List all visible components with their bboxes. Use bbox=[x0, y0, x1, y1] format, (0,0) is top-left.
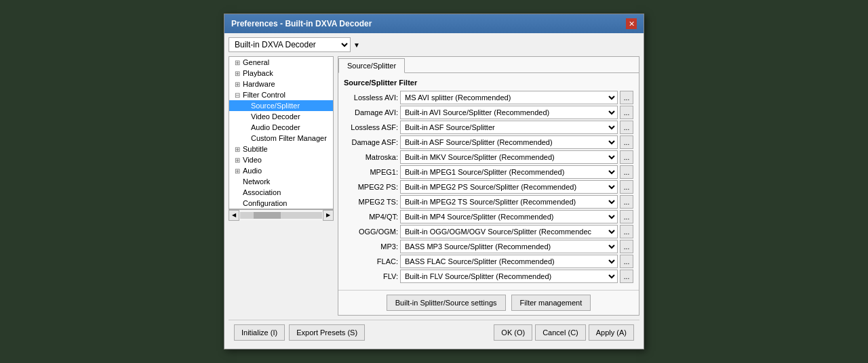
scroll-track bbox=[240, 212, 322, 219]
settings-button[interactable]: Built-in Splitter/Source settings bbox=[387, 295, 506, 311]
filter-settings-btn-9[interactable]: ... bbox=[620, 225, 633, 238]
tree-item-hardware[interactable]: ⊞Hardware bbox=[229, 79, 333, 89]
filter-select-10[interactable]: BASS MP3 Source/Splitter (Recommended) bbox=[400, 240, 618, 253]
filter-label-7: MPEG2 TS: bbox=[344, 198, 398, 206]
expand-icon-playback: ⊞ bbox=[235, 70, 241, 77]
filter-row-11: FLAC:BASS FLAC Source/Splitter (Recommen… bbox=[344, 255, 633, 268]
filter-select-6[interactable]: Built-in MPEG2 PS Source/Splitter (Recom… bbox=[400, 180, 618, 194]
filter-settings-btn-6[interactable]: ... bbox=[620, 180, 633, 194]
ok-button[interactable]: OK (O) bbox=[494, 324, 532, 341]
close-button[interactable]: ✕ bbox=[626, 18, 637, 29]
filter-select-1[interactable]: Built-in AVI Source/Splitter (Recommende… bbox=[400, 106, 618, 119]
filter-label-10: MP3: bbox=[344, 242, 398, 251]
filter-settings-btn-1[interactable]: ... bbox=[620, 106, 633, 119]
filter-select-5[interactable]: Built-in MPEG1 Source/Splitter (Recommen… bbox=[400, 165, 618, 179]
filter-label-0: Lossless AVI: bbox=[344, 93, 398, 102]
preset-select[interactable]: Built-in DXVA Decoder bbox=[229, 37, 351, 52]
tree-panel: ⊞General⊞Playback⊞Hardware⊟Filter Contro… bbox=[229, 56, 334, 209]
tree-item-configuration[interactable]: Configuration bbox=[229, 198, 333, 209]
filter-select-11[interactable]: BASS FLAC Source/Splitter (Recommended) bbox=[400, 255, 618, 268]
tree-label-video-decoder: Video Decoder bbox=[251, 112, 300, 121]
scroll-right-arrow[interactable]: ▶ bbox=[323, 210, 334, 221]
filter-label-2: Lossless ASF: bbox=[344, 123, 398, 131]
filter-label-12: FLV: bbox=[344, 272, 398, 280]
tree-item-association[interactable]: Association bbox=[229, 187, 333, 198]
tree-item-custom-filter-manager[interactable]: Custom Filter Manager bbox=[229, 133, 333, 144]
filter-label-9: OGG/OGM: bbox=[344, 228, 398, 236]
tree-item-subtitle[interactable]: ⊞Subtitle bbox=[229, 144, 333, 154]
apply-button[interactable]: Apply (A) bbox=[589, 324, 634, 341]
filter-select-2[interactable]: Built-in ASF Source/Splitter bbox=[400, 121, 618, 134]
filter-settings-btn-12[interactable]: ... bbox=[620, 270, 633, 283]
scroll-left-arrow[interactable]: ◀ bbox=[229, 210, 239, 221]
expand-icon-general: ⊞ bbox=[235, 59, 241, 66]
filter-row-6: MPEG2 PS:Built-in MPEG2 PS Source/Splitt… bbox=[344, 180, 633, 194]
filter-row-7: MPEG2 TS:Built-in MPEG2 TS Source/Splitt… bbox=[344, 195, 633, 209]
tree-item-network[interactable]: Network bbox=[229, 176, 333, 187]
filter-select-8[interactable]: Built-in MP4 Source/Splitter (Recommende… bbox=[400, 210, 618, 223]
filter-row-8: MP4/QT:Built-in MP4 Source/Splitter (Rec… bbox=[344, 210, 633, 223]
cancel-button[interactable]: Cancel (C) bbox=[535, 324, 586, 341]
filter-select-12[interactable]: Built-in FLV Source/Splitter (Recommende… bbox=[400, 270, 618, 283]
filter-management-button[interactable]: Filter management bbox=[511, 295, 591, 311]
filter-label-5: MPEG1: bbox=[344, 168, 398, 176]
filter-settings-btn-11[interactable]: ... bbox=[620, 255, 633, 268]
tree-label-subtitle: Subtitle bbox=[243, 145, 268, 153]
filter-select-9[interactable]: Built-in OGG/OGM/OGV Source/Splitter (Re… bbox=[400, 225, 618, 238]
filter-settings-btn-3[interactable]: ... bbox=[620, 135, 633, 149]
scrollbar[interactable]: ◀ ▶ bbox=[229, 209, 334, 220]
tree-label-source-splitter: Source/Splitter bbox=[251, 102, 300, 110]
initialize-button[interactable]: Initialize (I) bbox=[234, 324, 285, 341]
tree-label-filter-control: Filter Control bbox=[243, 91, 285, 99]
filter-rows-container: Lossless AVI:MS AVI splitter (Recommende… bbox=[344, 91, 633, 284]
top-select-row: Built-in DXVA Decoder ▼ bbox=[229, 37, 639, 52]
left-panel-container: ⊞General⊞Playback⊞Hardware⊟Filter Contro… bbox=[229, 56, 334, 316]
tree-item-filter-control[interactable]: ⊟Filter Control bbox=[229, 89, 333, 100]
preferences-dialog: Preferences - Built-in DXVA Decoder ✕ Bu… bbox=[224, 14, 644, 349]
expand-icon-hardware: ⊞ bbox=[235, 81, 241, 88]
tree-item-source-splitter[interactable]: Source/Splitter bbox=[229, 100, 333, 111]
filter-select-0[interactable]: MS AVI splitter (Recommended) bbox=[400, 91, 618, 104]
footer-left: Initialize (I) Export Presets (S) bbox=[234, 324, 365, 341]
filter-label-4: Matroska: bbox=[344, 153, 398, 161]
expand-icon-subtitle: ⊞ bbox=[235, 146, 241, 153]
filter-row-12: FLV:Built-in FLV Source/Splitter (Recomm… bbox=[344, 270, 633, 283]
tree-item-playback[interactable]: ⊞Playback bbox=[229, 68, 333, 79]
tree-label-general: General bbox=[243, 58, 269, 66]
dropdown-arrow-icon: ▼ bbox=[353, 41, 360, 49]
expand-icon-audio: ⊞ bbox=[235, 167, 241, 175]
tree-item-video[interactable]: ⊞Video bbox=[229, 154, 333, 165]
tree-item-video-decoder[interactable]: Video Decoder bbox=[229, 111, 333, 122]
filter-settings-btn-7[interactable]: ... bbox=[620, 195, 633, 209]
filter-row-2: Lossless ASF:Built-in ASF Source/Splitte… bbox=[344, 121, 633, 134]
filter-settings-btn-0[interactable]: ... bbox=[620, 91, 633, 104]
tab-source-splitter[interactable]: Source/Splitter bbox=[338, 58, 405, 73]
export-presets-button[interactable]: Export Presets (S) bbox=[289, 324, 365, 341]
expand-icon-video: ⊞ bbox=[235, 156, 241, 164]
filter-label-3: Damage ASF: bbox=[344, 138, 398, 146]
title-bar: Preferences - Built-in DXVA Decoder ✕ bbox=[224, 14, 644, 33]
tree-item-audio-decoder[interactable]: Audio Decoder bbox=[229, 122, 333, 133]
tab-content: Source/Splitter Filter Lossless AVI:MS A… bbox=[338, 73, 639, 290]
filter-settings-btn-8[interactable]: ... bbox=[620, 210, 633, 223]
filter-settings-btn-4[interactable]: ... bbox=[620, 150, 633, 164]
filter-row-3: Damage ASF:Built-in ASF Source/Splitter … bbox=[344, 135, 633, 149]
footer-right: OK (O) Cancel (C) Apply (A) bbox=[494, 324, 634, 341]
filter-select-4[interactable]: Built-in MKV Source/Splitter (Recommende… bbox=[400, 150, 618, 164]
filter-settings-btn-5[interactable]: ... bbox=[620, 165, 633, 179]
bottom-buttons-row: Built-in Splitter/Source settings Filter… bbox=[338, 290, 639, 315]
tree-label-configuration: Configuration bbox=[243, 199, 287, 207]
tree-item-audio[interactable]: ⊞Audio bbox=[229, 165, 333, 176]
filter-row-5: MPEG1:Built-in MPEG1 Source/Splitter (Re… bbox=[344, 165, 633, 179]
scroll-thumb bbox=[254, 212, 281, 219]
filter-select-7[interactable]: Built-in MPEG2 TS Source/Splitter (Recom… bbox=[400, 195, 618, 209]
dialog-body: Built-in DXVA Decoder ▼ ⊞General⊞Playbac… bbox=[224, 33, 644, 349]
tree-item-general[interactable]: ⊞General bbox=[229, 57, 333, 68]
filter-label-8: MP4/QT: bbox=[344, 213, 398, 221]
filter-settings-btn-10[interactable]: ... bbox=[620, 240, 633, 253]
dialog-title: Preferences - Built-in DXVA Decoder bbox=[231, 19, 372, 28]
filter-settings-btn-2[interactable]: ... bbox=[620, 121, 633, 134]
filter-select-3[interactable]: Built-in ASF Source/Splitter (Recommende… bbox=[400, 135, 618, 149]
filter-row-9: OGG/OGM:Built-in OGG/OGM/OGV Source/Spli… bbox=[344, 225, 633, 238]
tree-label-network: Network bbox=[243, 177, 270, 186]
